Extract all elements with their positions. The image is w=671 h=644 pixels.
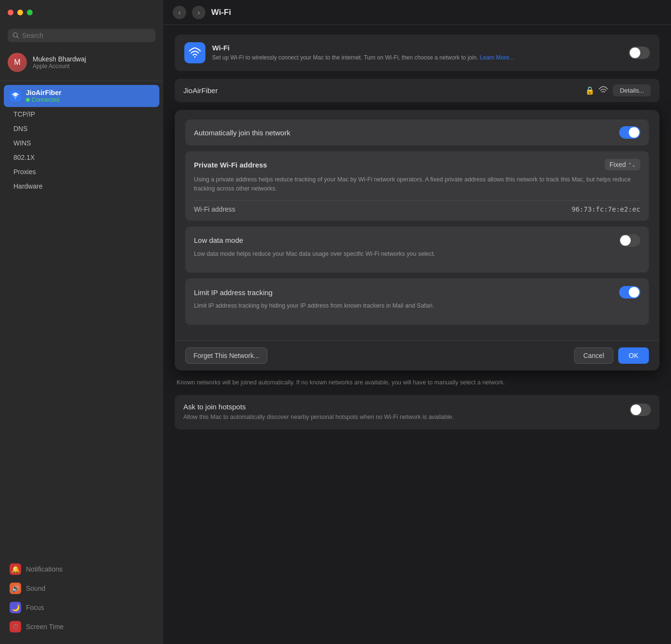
focus-icon: 🌙 xyxy=(10,602,21,613)
wifi-header-card: Wi-Fi Set up Wi-Fi to wirelessly connect… xyxy=(175,35,659,71)
forward-button[interactable]: › xyxy=(192,6,205,19)
auto-join-toggle[interactable] xyxy=(619,126,640,139)
auto-join-label: Automatically join this network xyxy=(194,129,290,137)
ask-hotspots-toggle[interactable] xyxy=(630,404,651,416)
ask-hotspots-desc: Allow this Mac to automatically discover… xyxy=(183,413,454,422)
wifi-header-text: Wi-Fi Set up Wi-Fi to wirelessly connect… xyxy=(212,44,622,62)
main-body: Wi-Fi Set up Wi-Fi to wirelessly connect… xyxy=(163,25,671,644)
avatar: M xyxy=(8,53,27,72)
section-divider xyxy=(194,200,640,201)
low-data-label: Low data mode xyxy=(194,236,243,244)
sidebar-item-8021x[interactable]: 802.1X xyxy=(8,150,159,165)
wifi-active-icon xyxy=(10,90,21,102)
dialog-body: Automatically join this network Private … xyxy=(175,110,659,340)
network-sub-items: TCP/IP DNS WINS 802.1X Proxies Hardware xyxy=(4,107,159,193)
close-button[interactable] xyxy=(8,10,13,15)
low-data-toggle[interactable] xyxy=(619,234,640,247)
auto-join-section: Automatically join this network xyxy=(185,119,649,145)
private-wifi-section: Private Wi-Fi address Fixed ⌃⌄ Using a p… xyxy=(185,151,649,221)
ask-hotspots-row: Ask to join hotspots Allow this Mac to a… xyxy=(183,403,651,422)
main-content: ‹ › Wi-Fi Wi-Fi Set up Wi-Fi to wireless… xyxy=(163,0,671,644)
user-info: Mukesh Bhardwaj Apple Account xyxy=(33,55,86,70)
wifi-address-value: 96:73:fc:7e:e2:ec xyxy=(572,205,640,213)
sidebar: M Mukesh Bhardwaj Apple Account JioAirFi… xyxy=(0,0,163,644)
lock-icon: 🔒 xyxy=(585,86,595,95)
sidebar-item-notifications[interactable]: 🔔 Notifications xyxy=(4,560,159,579)
ok-button[interactable]: OK xyxy=(618,347,649,364)
sidebar-item-sound[interactable]: 🔊 Sound xyxy=(4,579,159,598)
limit-ip-desc: Limit IP address tracking by hiding your… xyxy=(194,301,640,310)
limit-ip-toggle[interactable] xyxy=(619,286,640,298)
sidebar-item-proxies[interactable]: Proxies xyxy=(8,165,159,179)
main-title: Wi-Fi xyxy=(211,8,231,17)
wifi-header-title: Wi-Fi xyxy=(212,44,622,52)
sidebar-titlebar xyxy=(0,0,163,25)
chevron-updown-icon: ⌃⌄ xyxy=(628,162,635,167)
search-bar[interactable] xyxy=(8,29,156,42)
sidebar-item-jioairfiber[interactable]: JioAirFiber Connected xyxy=(4,85,159,107)
svg-line-1 xyxy=(17,36,18,38)
wifi-master-toggle[interactable] xyxy=(629,47,650,59)
known-networks-text: Known networks will be joined automatica… xyxy=(175,378,659,387)
forward-chevron-icon: › xyxy=(198,9,200,16)
screentime-icon: ⏱ xyxy=(10,621,21,632)
notifications-icon: 🔔 xyxy=(10,563,21,575)
network-row-icons: 🔒 xyxy=(585,86,608,95)
back-button[interactable]: ‹ xyxy=(173,6,186,19)
wifi-header-icon xyxy=(184,42,205,63)
low-data-section: Low data mode Low data mode helps reduce… xyxy=(185,227,649,273)
sidebar-section: JioAirFiber Connected TCP/IP DNS WINS 80… xyxy=(0,83,163,558)
network-name: JioAirFiber xyxy=(183,86,580,95)
svg-point-2 xyxy=(194,56,196,58)
user-subtitle: Apple Account xyxy=(33,63,86,70)
active-item-status: Connected xyxy=(26,96,61,103)
private-wifi-title-row: Private Wi-Fi address Fixed ⌃⌄ xyxy=(194,159,640,170)
sidebar-item-dns[interactable]: DNS xyxy=(8,121,159,136)
private-wifi-title: Private Wi-Fi address xyxy=(194,161,267,169)
forget-network-button[interactable]: Forget This Network... xyxy=(185,347,267,364)
cancel-button[interactable]: Cancel xyxy=(574,347,613,364)
back-chevron-icon: ‹ xyxy=(179,9,181,16)
details-button[interactable]: Details... xyxy=(613,84,651,96)
sidebar-item-screentime[interactable]: ⏱ Screen Time xyxy=(4,617,159,636)
active-item-text: JioAirFiber Connected xyxy=(26,89,61,103)
ask-hotspots-section: Ask to join hotspots Allow this Mac to a… xyxy=(175,395,659,429)
dialog-footer: Forget This Network... Cancel OK xyxy=(175,340,659,370)
user-name: Mukesh Bhardwaj xyxy=(33,55,86,63)
sidebar-item-hardware[interactable]: Hardware xyxy=(8,179,159,193)
dialog-overlay: Automatically join this network Private … xyxy=(175,110,659,370)
sidebar-item-tcpip[interactable]: TCP/IP xyxy=(8,107,159,121)
user-section[interactable]: M Mukesh Bhardwaj Apple Account xyxy=(0,48,163,77)
main-titlebar: ‹ › Wi-Fi xyxy=(163,0,671,25)
footer-right: Cancel OK xyxy=(574,347,649,364)
signal-icon xyxy=(599,86,608,95)
sidebar-bottom: 🔔 Notifications 🔊 Sound 🌙 Focus ⏱ Screen… xyxy=(0,558,163,644)
network-row: JioAirFiber 🔒 Details... xyxy=(175,79,659,102)
wifi-address-label: Wi-Fi address xyxy=(194,205,235,213)
sidebar-item-focus[interactable]: 🌙 Focus xyxy=(4,598,159,617)
private-wifi-desc: Using a private address helps reduce tra… xyxy=(194,175,640,193)
wifi-address-row: Wi-Fi address 96:73:fc:7e:e2:ec xyxy=(194,205,640,213)
limit-ip-section: Limit IP address tracking Limit IP addre… xyxy=(185,278,649,325)
dialog-card: Automatically join this network Private … xyxy=(175,110,659,370)
wifi-header-desc: Set up Wi-Fi to wirelessly connect your … xyxy=(212,54,622,62)
fixed-selector[interactable]: Fixed ⌃⌄ xyxy=(605,159,640,170)
sound-icon: 🔊 xyxy=(10,583,21,594)
active-item-name: JioAirFiber xyxy=(26,89,61,96)
search-icon xyxy=(12,32,19,39)
ask-hotspots-text: Ask to join hotspots Allow this Mac to a… xyxy=(183,403,454,422)
sidebar-divider xyxy=(0,81,163,81)
limit-ip-label: Limit IP address tracking xyxy=(194,288,273,297)
auto-join-row: Automatically join this network xyxy=(185,119,649,145)
sidebar-item-wins[interactable]: WINS xyxy=(8,136,159,150)
maximize-button[interactable] xyxy=(27,10,33,15)
minimize-button[interactable] xyxy=(17,10,23,15)
ask-hotspots-title: Ask to join hotspots xyxy=(183,403,454,411)
search-input[interactable] xyxy=(22,32,151,39)
learn-more-link[interactable]: Learn More... xyxy=(480,54,514,61)
low-data-desc: Low data mode helps reduce your Mac data… xyxy=(194,250,640,259)
